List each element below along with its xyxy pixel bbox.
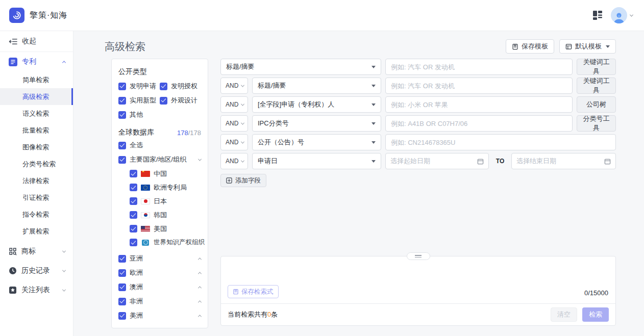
- query-input[interactable]: [385, 96, 573, 113]
- continent-row-america[interactable]: 美洲: [118, 308, 201, 323]
- country-row-wipo[interactable]: 世界知识产权组织: [118, 236, 201, 249]
- checkbox-checked-icon[interactable]: [130, 184, 137, 191]
- region-group-row[interactable]: 主要国家/地区/组织: [118, 152, 201, 167]
- field-select[interactable]: IPC分类号: [252, 115, 381, 132]
- continent-row-oceania[interactable]: 澳洲: [118, 280, 201, 294]
- tool-button-label: 分类号工具: [580, 114, 612, 133]
- continent-row-africa[interactable]: 非洲: [118, 294, 201, 308]
- checkbox-checked-icon[interactable]: [130, 170, 137, 177]
- sidebar-item-semantic-search[interactable]: 语义检索: [0, 105, 73, 122]
- default-template-button[interactable]: 默认模板: [559, 39, 616, 54]
- query-expression-area[interactable]: 保存检索式 0/15000: [221, 256, 615, 303]
- apps-grid-icon[interactable]: [592, 10, 603, 20]
- sidebar-item-label: 高级检索: [22, 92, 49, 101]
- field-select[interactable]: [全字段]申请（专利权）人: [252, 96, 381, 113]
- operator-select[interactable]: AND: [220, 153, 248, 169]
- checkbox-checked-icon[interactable]: [160, 97, 167, 105]
- default-template-label: 默认模板: [575, 42, 602, 51]
- add-field-button[interactable]: 添加字段: [220, 174, 266, 187]
- checkbox-checked-icon[interactable]: [118, 255, 126, 263]
- search-row-2: AND 标题/摘要 关键词工具: [220, 77, 616, 94]
- sidebar-item-image-search[interactable]: 图像检索: [0, 139, 73, 156]
- sidebar-collapse-button[interactable]: 收起: [0, 31, 73, 52]
- chevron-down-icon: [62, 249, 66, 252]
- save-query-button[interactable]: 保存检索式: [228, 285, 279, 298]
- checkbox-checked-icon[interactable]: [130, 197, 137, 205]
- sidebar-item-command-search[interactable]: 指令检索: [0, 206, 73, 223]
- start-date-picker[interactable]: 选择起始日期: [385, 153, 489, 169]
- checkbox-checked-icon[interactable]: [118, 111, 126, 119]
- sidebar-section-patent[interactable]: 专利: [0, 52, 73, 71]
- checkbox-checked-icon[interactable]: [160, 83, 167, 90]
- pubtype-invention-grant[interactable]: 发明授权: [160, 79, 201, 93]
- sidebar-item-label: 简单检索: [22, 75, 49, 85]
- operator-select[interactable]: AND: [220, 115, 248, 132]
- field-select[interactable]: 申请日: [252, 153, 381, 169]
- field-select-value: 申请日: [258, 157, 278, 166]
- country-label: 日本: [154, 197, 167, 206]
- operator-select[interactable]: AND: [220, 96, 248, 113]
- country-row-japan[interactable]: 日本: [118, 194, 201, 208]
- query-input[interactable]: [385, 115, 573, 132]
- search-button-label: 检索: [589, 311, 602, 318]
- continent-row-asia[interactable]: 亚洲: [118, 251, 201, 266]
- sidebar-section-watchlist[interactable]: 关注列表: [0, 280, 73, 300]
- field-select[interactable]: 公开（公告）号: [252, 134, 381, 150]
- checkbox-checked-icon[interactable]: [118, 269, 126, 277]
- field-select-value: 标题/摘要: [226, 62, 255, 71]
- checkbox-checked-icon[interactable]: [118, 83, 126, 90]
- search-button[interactable]: 检索: [582, 307, 609, 322]
- pubtype-other[interactable]: 其他: [118, 108, 160, 122]
- operator-select[interactable]: AND: [220, 134, 248, 150]
- end-date-picker[interactable]: 选择结束日期: [511, 153, 616, 169]
- checkbox-checked-icon[interactable]: [118, 156, 126, 164]
- sidebar-item-legal-search[interactable]: 法律检索: [0, 172, 73, 189]
- chevron-up-icon: [198, 272, 202, 275]
- sidebar-item-advanced-search[interactable]: 高级检索: [0, 88, 73, 105]
- user-avatar[interactable]: [611, 7, 627, 23]
- sidebar-item-extended-search[interactable]: 扩展检索: [0, 223, 73, 240]
- operator-select[interactable]: AND: [220, 77, 248, 94]
- country-row-china[interactable]: 中国: [118, 167, 201, 180]
- result-suffix: 条: [271, 311, 278, 318]
- country-row-usa[interactable]: 美国: [118, 222, 201, 236]
- country-row-epo[interactable]: 欧洲专利局: [118, 180, 201, 194]
- operator-value: AND: [226, 82, 238, 89]
- sidebar-item-citation-search[interactable]: 引证检索: [0, 189, 73, 206]
- tool-button-label: 关键词工具: [580, 58, 612, 76]
- field-select[interactable]: 标题/摘要: [252, 77, 381, 94]
- sidebar-item-classification-search[interactable]: 分类号检索: [0, 156, 73, 172]
- pubtype-design[interactable]: 外观设计: [160, 93, 201, 108]
- sidebar-item-label: 法律检索: [22, 176, 49, 186]
- checkbox-checked-icon[interactable]: [118, 283, 126, 291]
- pubtype-invention-application[interactable]: 发明申请: [118, 79, 160, 93]
- field-select[interactable]: 标题/摘要: [220, 59, 381, 75]
- sidebar-section-trademark[interactable]: 商标: [0, 242, 73, 261]
- checkbox-checked-icon[interactable]: [118, 142, 126, 149]
- classification-tool-button[interactable]: 分类号工具: [577, 115, 616, 132]
- select-all-checkbox-row[interactable]: 全选: [118, 138, 201, 152]
- sidebar-item-batch-search[interactable]: 批量检索: [0, 122, 73, 139]
- user-menu[interactable]: [611, 7, 633, 23]
- checkbox-checked-icon[interactable]: [130, 239, 137, 246]
- company-tree-button[interactable]: 公司树: [577, 96, 616, 113]
- add-field-icon: [226, 177, 232, 184]
- query-input[interactable]: [385, 77, 573, 94]
- save-template-button[interactable]: 保存模板: [506, 39, 554, 54]
- checkbox-checked-icon[interactable]: [130, 211, 137, 219]
- checkbox-checked-icon[interactable]: [118, 298, 126, 305]
- keyword-tool-button[interactable]: 关键词工具: [577, 59, 616, 75]
- pubtype-utility-model[interactable]: 实用新型: [118, 93, 160, 108]
- query-input[interactable]: [385, 134, 616, 150]
- checkbox-checked-icon[interactable]: [130, 225, 137, 232]
- database-count: 178/178: [177, 129, 201, 137]
- sidebar-item-simple-search[interactable]: 简单检索: [0, 71, 73, 88]
- clear-button[interactable]: 清空: [551, 307, 577, 322]
- sidebar-section-history[interactable]: 历史记录: [0, 261, 73, 280]
- checkbox-checked-icon[interactable]: [118, 312, 126, 320]
- query-input[interactable]: [385, 59, 573, 75]
- checkbox-checked-icon[interactable]: [118, 97, 126, 105]
- continent-row-europe[interactable]: 欧洲: [118, 266, 201, 280]
- country-row-korea[interactable]: 韩国: [118, 208, 201, 222]
- keyword-tool-button[interactable]: 关键词工具: [577, 77, 616, 94]
